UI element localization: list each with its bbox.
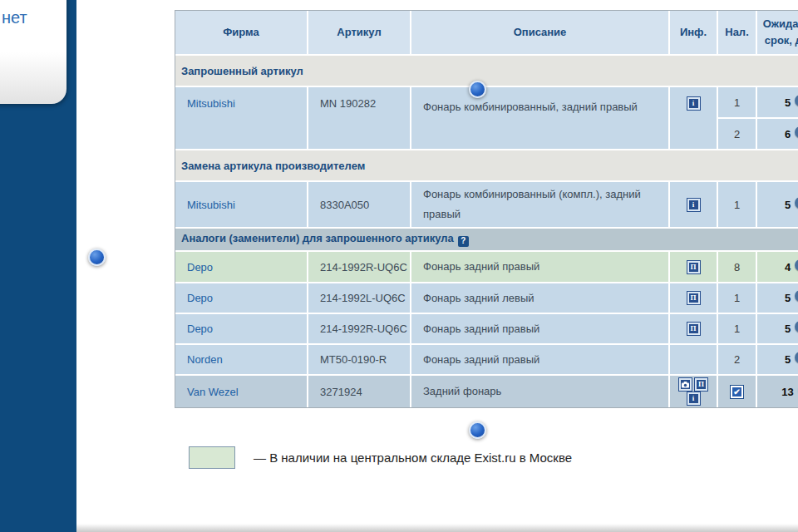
applicability-icon[interactable]: П bbox=[687, 291, 701, 305]
left-sidebar: нет bbox=[0, 0, 76, 532]
table-row: Mitsubishi MN 190282 Фонарь комбинирован… bbox=[175, 87, 798, 119]
info-icon[interactable]: i bbox=[687, 392, 701, 406]
selection-handle-top[interactable] bbox=[469, 81, 486, 98]
brand-link[interactable]: Norden bbox=[187, 353, 223, 366]
availability-cell: 8 bbox=[718, 252, 757, 283]
table-row: Depo 214-1992R-UQ6C Фонарь задний правый… bbox=[175, 314, 798, 345]
description-cell: Фонарь задний правый bbox=[411, 345, 670, 376]
expected-days-cell: 5 bbox=[757, 283, 798, 314]
brand-link[interactable]: Depo bbox=[187, 261, 213, 273]
section-analogs: Аналоги (заменители) для запрошенного ар… bbox=[175, 229, 798, 252]
availability-cell: 1 bbox=[718, 182, 757, 229]
article-cell: 3271924 bbox=[308, 376, 411, 407]
col-header-article: Артикул bbox=[308, 11, 411, 56]
article-cell: MN 190282 bbox=[308, 87, 411, 150]
applicability-icon[interactable]: П bbox=[694, 377, 708, 392]
availability-cell: 2 bbox=[718, 345, 757, 376]
availability-cell: 1 bbox=[718, 87, 757, 119]
expected-days-cell: 6 bbox=[757, 119, 798, 150]
table-row: Van Wezel 3271924 Задний фонарь Пi ✔ 13 … bbox=[175, 376, 798, 407]
brand-link[interactable]: Depo bbox=[187, 292, 213, 304]
expected-days-cell: 4 bbox=[757, 252, 798, 283]
description-cell: Фонарь задний правый bbox=[411, 314, 670, 345]
availability-cell: ✔ bbox=[718, 376, 757, 407]
expected-days-cell: 5 bbox=[757, 87, 798, 119]
info-icon[interactable]: i bbox=[687, 198, 701, 212]
availability-cell: 1 bbox=[718, 314, 757, 345]
description-cell: Фонарь комбинированный, задний правый bbox=[411, 87, 670, 150]
table-row-in-stock: Depo 214-1992R-UQ6C Фонарь задний правый… bbox=[175, 252, 798, 283]
article-cell: 8330A050 bbox=[308, 182, 411, 229]
article-cell: MT50-0190-R bbox=[308, 345, 411, 376]
info-icon[interactable]: i bbox=[687, 96, 701, 111]
article-cell: 214-1992R-UQ6C bbox=[308, 314, 411, 345]
article-cell: 214-1992L-UQ6C bbox=[308, 283, 411, 314]
applicability-icon[interactable]: П bbox=[687, 322, 701, 336]
pie-chart-icon[interactable] bbox=[795, 197, 798, 209]
table-row: Depo 214-1992L-UQ6C Фонарь задний левый … bbox=[175, 283, 798, 314]
info-cell: П bbox=[670, 314, 718, 345]
expected-days-cell: 5 bbox=[757, 345, 798, 376]
pie-chart-icon[interactable] bbox=[795, 321, 798, 332]
description-cell: Фонарь задний правый bbox=[411, 252, 670, 283]
expected-days-cell: 5 bbox=[757, 182, 798, 229]
section-requested-article: Запрошенный артикул bbox=[175, 56, 798, 87]
col-header-expected-days: Ожидаемый срок, дн.? bbox=[757, 11, 798, 56]
brand-link[interactable]: Van Wezel bbox=[187, 386, 239, 398]
main-content: Фирма Артикул Описание Инф. Нал. Ожидаем… bbox=[76, 0, 798, 532]
brand-link[interactable]: Mitsubishi bbox=[187, 199, 235, 211]
pie-chart-icon[interactable] bbox=[795, 352, 798, 363]
pie-chart-icon[interactable] bbox=[795, 259, 798, 271]
info-cell: П bbox=[670, 283, 718, 314]
description-cell: Фонарь комбинированный (компл.), задний … bbox=[411, 182, 670, 229]
col-header-brand: Фирма bbox=[175, 11, 308, 56]
top-left-panel: нет bbox=[0, 0, 66, 104]
photo-icon[interactable] bbox=[678, 377, 692, 392]
selection-handle-left[interactable] bbox=[88, 249, 106, 266]
info-cell: i bbox=[670, 182, 718, 229]
expected-days-cell: 13 bbox=[757, 376, 798, 407]
pie-chart-icon[interactable] bbox=[795, 126, 798, 138]
article-cell: 214-1992R-UQ6C bbox=[308, 252, 411, 283]
col-header-description: Описание bbox=[411, 11, 670, 56]
legend-green-swatch bbox=[189, 446, 235, 469]
pie-chart-icon[interactable] bbox=[795, 290, 798, 302]
info-cell bbox=[670, 345, 718, 376]
info-cell: П bbox=[670, 252, 718, 283]
applicability-icon[interactable]: П bbox=[687, 260, 701, 274]
pie-chart-icon[interactable] bbox=[795, 95, 798, 106]
brand-link[interactable]: Mitsubishi bbox=[187, 97, 235, 110]
parts-results-table: Фирма Артикул Описание Инф. Нал. Ожидаем… bbox=[175, 10, 798, 408]
legend-text: — В наличии на центральном складе Exist.… bbox=[254, 451, 572, 465]
help-icon[interactable]: ? bbox=[458, 236, 469, 247]
section-manufacturer-replacement: Замена артикула производителем bbox=[175, 150, 798, 182]
info-cell: Пi bbox=[670, 376, 718, 407]
table-row: Mitsubishi 8330A050 Фонарь комбинированн… bbox=[175, 182, 798, 229]
bottom-fade bbox=[76, 524, 798, 532]
table-row: Norden MT50-0190-R Фонарь задний правый … bbox=[175, 345, 798, 376]
panel-text: нет bbox=[2, 8, 27, 27]
brand-link[interactable]: Depo bbox=[187, 323, 213, 335]
description-cell: Задний фонарь bbox=[411, 376, 670, 407]
legend: — В наличии на центральном складе Exist.… bbox=[189, 446, 572, 469]
expected-days-cell: 5 bbox=[757, 314, 798, 345]
col-header-info: Инф. bbox=[670, 11, 718, 56]
col-header-availability: Нал. bbox=[718, 11, 757, 56]
table-header-row: Фирма Артикул Описание Инф. Нал. Ожидаем… bbox=[175, 11, 798, 56]
selection-handle-bottom[interactable] bbox=[469, 421, 486, 439]
checkbox-checked-icon[interactable]: ✔ bbox=[730, 385, 744, 399]
info-cell: i bbox=[670, 87, 718, 150]
description-cell: Фонарь задний левый bbox=[411, 283, 670, 314]
availability-cell: 1 bbox=[718, 283, 757, 314]
availability-cell: 2 bbox=[718, 119, 757, 150]
